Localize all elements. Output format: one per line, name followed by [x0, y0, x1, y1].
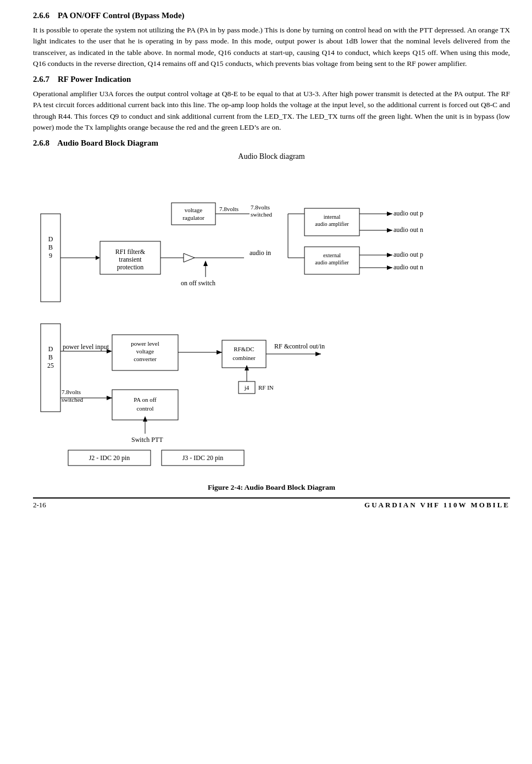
svg-text:switched: switched	[251, 211, 273, 218]
footer-page: 2-16	[33, 501, 46, 510]
svg-text:j4: j4	[244, 384, 250, 391]
svg-text:RF&DC: RF&DC	[234, 346, 254, 352]
svg-marker-11	[184, 253, 195, 262]
svg-text:D: D	[48, 235, 53, 243]
section-267-heading: 2.6.7 RF Power Indication	[33, 75, 510, 84]
svg-text:combiner: combiner	[232, 355, 256, 361]
svg-text:RF &control out/in: RF &control out/in	[274, 342, 325, 350]
svg-text:J3 - IDC 20 pin: J3 - IDC 20 pin	[182, 454, 224, 462]
svg-rect-57	[222, 340, 266, 368]
footer-bar: 2-16 GUARDIAN VHF 110W MOBILE	[33, 497, 510, 510]
diagram-title: Audio Block diagram	[33, 152, 510, 161]
svg-text:converter: converter	[134, 356, 157, 362]
svg-text:transient: transient	[119, 256, 142, 263]
svg-text:audio in: audio in	[250, 249, 271, 257]
svg-text:on off switch: on off switch	[181, 279, 215, 287]
svg-text:Switch PTT: Switch PTT	[131, 436, 163, 444]
svg-text:audio amplifier: audio amplifier	[315, 221, 349, 227]
section-266-heading: 2.6.6 PA ON/OFF Control (Bypass Mode)	[33, 11, 510, 20]
svg-marker-37	[387, 253, 392, 257]
svg-marker-61	[315, 352, 321, 356]
svg-text:external: external	[323, 252, 341, 258]
svg-marker-14	[203, 261, 208, 266]
svg-text:power level: power level	[131, 340, 159, 347]
svg-text:RFI filter&: RFI filter&	[115, 248, 146, 256]
svg-text:B: B	[48, 243, 53, 251]
svg-marker-5	[96, 256, 100, 260]
svg-text:internal: internal	[324, 214, 341, 220]
svg-text:audio out p: audio out p	[394, 209, 423, 217]
svg-text:7.8volts: 7.8volts	[219, 206, 239, 212]
section-268-heading: 2.6.8 Audio Board Block Diagram	[33, 139, 510, 148]
svg-text:RF IN: RF IN	[258, 384, 274, 391]
svg-text:voltage: voltage	[136, 348, 154, 355]
svg-text:B: B	[48, 353, 53, 361]
svg-text:power level input: power level input	[63, 343, 109, 351]
svg-marker-39	[387, 265, 392, 270]
svg-text:J2 - IDC 20 pin: J2 - IDC 20 pin	[89, 454, 130, 462]
svg-text:audio out n: audio out n	[394, 263, 423, 271]
svg-text:audio amplifier: audio amplifier	[315, 259, 349, 265]
svg-text:25: 25	[47, 362, 54, 369]
svg-marker-32	[387, 228, 392, 232]
audio-block-diagram: D B 9 RFI filter& transient protection v…	[35, 170, 508, 478]
svg-text:PA on off: PA on off	[134, 396, 157, 403]
diagram-svg: D B 9 RFI filter& transient protection v…	[35, 170, 508, 478]
figure-caption: Figure 2-4: Audio Board Block Diagram	[33, 483, 510, 492]
svg-text:switched: switched	[62, 396, 84, 403]
svg-marker-30	[387, 212, 392, 216]
section-266-para1: It is possible to operate the system not…	[33, 25, 510, 69]
svg-text:protection: protection	[117, 263, 144, 271]
svg-text:D: D	[48, 345, 53, 353]
svg-text:audio out n: audio out n	[394, 226, 423, 234]
svg-marker-72	[107, 396, 112, 400]
svg-text:9: 9	[49, 252, 52, 259]
svg-text:ragulator: ragulator	[182, 214, 204, 221]
svg-text:7.8volts: 7.8volts	[62, 389, 81, 395]
svg-rect-15	[171, 203, 215, 225]
svg-marker-56	[217, 350, 222, 355]
svg-text:control: control	[136, 405, 153, 412]
section-267-para1: Operational amplifier U3A forces the out…	[33, 88, 510, 133]
svg-text:7.8volts: 7.8volts	[251, 204, 270, 211]
svg-text:audio out p: audio out p	[394, 251, 423, 258]
svg-text:voltage: voltage	[185, 207, 202, 213]
footer-title: GUARDIAN VHF 110W MOBILE	[364, 501, 510, 510]
